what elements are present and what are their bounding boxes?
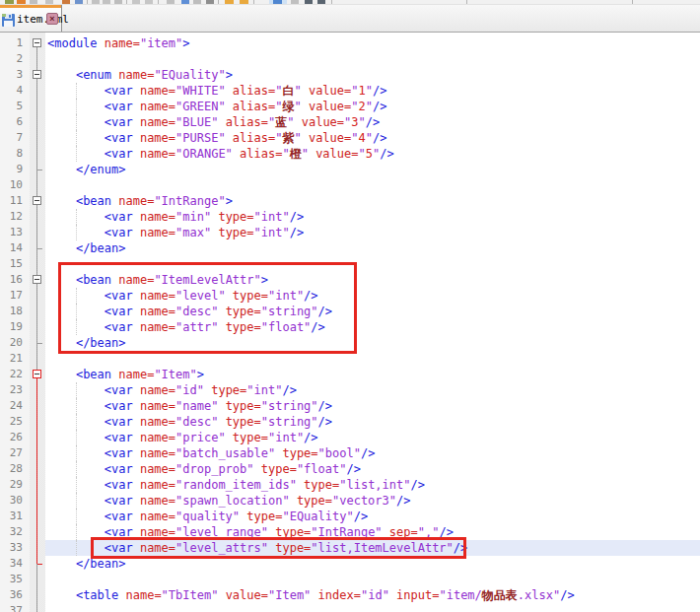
toolbar-icon-sliver[interactable] bbox=[92, 0, 100, 4]
toolbar-icon-sliver[interactable] bbox=[103, 0, 110, 4]
toolbar-icon-sliver[interactable] bbox=[30, 0, 37, 4]
line-number[interactable]: 10 bbox=[0, 177, 30, 193]
toolbar-icon-sliver[interactable] bbox=[75, 0, 83, 4]
line-number[interactable]: 15 bbox=[0, 256, 30, 272]
code-text[interactable]: <var name="WHITE" alias="白" value="1"/> bbox=[45, 83, 700, 99]
line-number[interactable]: 22 bbox=[0, 367, 30, 382]
line-number[interactable]: 3 bbox=[0, 67, 30, 83]
toolbar-icon-sliver[interactable] bbox=[218, 0, 219, 4]
toolbar-icon-sliver[interactable] bbox=[132, 0, 140, 4]
code-text[interactable]: <var name="spawn_location" type="vector3… bbox=[45, 493, 700, 509]
fold-toggle-icon[interactable] bbox=[30, 272, 45, 288]
code-text[interactable]: <var name="level" type="int"/> bbox=[45, 288, 700, 304]
toolbar-icon-sliver[interactable] bbox=[466, 0, 467, 4]
code-text[interactable] bbox=[45, 51, 700, 67]
code-text[interactable] bbox=[45, 256, 700, 272]
tab-close-icon[interactable]: × bbox=[46, 13, 58, 25]
toolbar-icon-sliver[interactable] bbox=[62, 0, 70, 4]
code-text[interactable]: <enum name="EQuality"> bbox=[45, 67, 700, 83]
toolbar-icon-sliver[interactable] bbox=[206, 0, 214, 4]
line-number[interactable]: 28 bbox=[0, 461, 30, 477]
line-number[interactable]: 23 bbox=[0, 382, 30, 398]
line-number[interactable]: 4 bbox=[0, 83, 30, 99]
toolbar-icon-sliver[interactable] bbox=[632, 0, 633, 4]
code-text[interactable] bbox=[45, 351, 700, 367]
line-number[interactable]: 27 bbox=[0, 445, 30, 461]
code-text[interactable] bbox=[45, 603, 700, 612]
line-number[interactable]: 20 bbox=[0, 335, 30, 351]
line-number[interactable]: 8 bbox=[0, 146, 30, 162]
line-number[interactable]: 29 bbox=[0, 477, 30, 493]
code-text[interactable] bbox=[45, 177, 700, 193]
fold-toggle-icon[interactable] bbox=[30, 367, 45, 382]
line-number[interactable]: 14 bbox=[0, 240, 30, 256]
line-number[interactable]: 13 bbox=[0, 225, 30, 240]
toolbar-icon-sliver[interactable] bbox=[126, 0, 127, 4]
code-text[interactable]: </bean> bbox=[45, 240, 700, 256]
toolbar-icon-sliver[interactable] bbox=[291, 0, 299, 4]
toolbar-icon-sliver[interactable] bbox=[240, 0, 248, 4]
line-number[interactable]: 34 bbox=[0, 556, 30, 572]
toolbar-icon-sliver[interactable] bbox=[331, 0, 332, 4]
code-text[interactable]: </bean> bbox=[45, 335, 700, 351]
toolbar-icon-sliver[interactable] bbox=[181, 0, 189, 4]
toolbar-icon-sliver[interactable] bbox=[253, 0, 254, 4]
line-number[interactable]: 9 bbox=[0, 162, 30, 177]
line-number[interactable]: 7 bbox=[0, 130, 30, 146]
code-text[interactable]: <var name="quality" type="EQuality"/> bbox=[45, 509, 700, 524]
code-text[interactable]: </bean> bbox=[45, 556, 700, 572]
toolbar-icon-sliver[interactable] bbox=[167, 0, 175, 4]
toolbar-icon-sliver[interactable] bbox=[273, 0, 282, 4]
code-text[interactable]: <bean name="ItemLevelAttr"> bbox=[45, 272, 700, 288]
toolbar-icon-sliver[interactable] bbox=[45, 0, 53, 4]
line-number[interactable]: 12 bbox=[0, 209, 30, 225]
line-number[interactable]: 6 bbox=[0, 114, 30, 130]
code-text[interactable]: <var name="GREEN" alias="绿" value="2"/> bbox=[45, 99, 700, 114]
fold-toggle-icon[interactable] bbox=[30, 35, 45, 51]
code-text[interactable]: <var name="drop_prob" type="float"/> bbox=[45, 461, 700, 477]
line-number[interactable]: 18 bbox=[0, 304, 30, 319]
tab-item-xml[interactable]: item.xml × bbox=[0, 5, 62, 32]
code-text[interactable]: <var name="id" type="int"/> bbox=[45, 382, 700, 398]
toolbar-icon-sliver[interactable] bbox=[145, 0, 153, 4]
code-editor[interactable]: 1<module name="item">23 <enum name="EQua… bbox=[0, 33, 700, 612]
code-text[interactable]: </enum> bbox=[45, 162, 700, 177]
toolbar-icon-sliver[interactable] bbox=[87, 0, 88, 4]
toolbar-icon-sliver[interactable] bbox=[158, 0, 159, 4]
toolbar-icon-sliver[interactable] bbox=[317, 0, 325, 4]
code-text[interactable]: <var name="min" type="int"/> bbox=[45, 209, 700, 225]
code-text[interactable]: <var name="PURSE" alias="紫" value="4"/> bbox=[45, 130, 700, 146]
line-number[interactable]: 1 bbox=[0, 35, 30, 51]
code-text[interactable]: <var name="ORANGE" alias="橙" value="5"/> bbox=[45, 146, 700, 162]
line-number[interactable]: 31 bbox=[0, 509, 30, 524]
toolbar-icon-sliver[interactable] bbox=[17, 0, 26, 4]
code-text[interactable]: <var name="batch_usable" type="bool"/> bbox=[45, 445, 700, 461]
code-text[interactable]: <var name="BLUE" alias="蓝" value="3"/> bbox=[45, 114, 700, 130]
line-number[interactable]: 16 bbox=[0, 272, 30, 288]
code-text[interactable]: <var name="desc" type="string"/> bbox=[45, 304, 700, 319]
line-number[interactable]: 32 bbox=[0, 524, 30, 540]
line-number[interactable]: 24 bbox=[0, 398, 30, 414]
code-text[interactable]: <bean name="IntRange"> bbox=[45, 193, 700, 209]
code-text[interactable]: <var name="attr" type="float"/> bbox=[45, 319, 700, 335]
code-text[interactable]: <var name="desc" type="string"/> bbox=[45, 414, 700, 430]
line-number[interactable]: 35 bbox=[0, 572, 30, 587]
line-number[interactable]: 25 bbox=[0, 414, 30, 430]
code-text[interactable] bbox=[45, 572, 700, 587]
code-text[interactable]: <var name="max" type="int"/> bbox=[45, 225, 700, 240]
line-number[interactable]: 33 bbox=[0, 540, 30, 556]
toolbar-icon-sliver[interactable] bbox=[114, 0, 122, 4]
code-text[interactable]: <module name="item"> bbox=[45, 35, 700, 51]
code-text[interactable]: <var name="level_range" type="IntRange" … bbox=[45, 524, 700, 540]
fold-toggle-icon[interactable] bbox=[30, 67, 45, 83]
toolbar-icon-sliver[interactable] bbox=[193, 0, 201, 4]
line-number[interactable]: 26 bbox=[0, 430, 30, 445]
line-number[interactable]: 5 bbox=[0, 99, 30, 114]
code-text[interactable]: <var name="level_attrs" type="list,ItemL… bbox=[45, 540, 700, 556]
code-text[interactable]: <var name="price" type="int"/> bbox=[45, 430, 700, 445]
toolbar-icon-sliver[interactable] bbox=[5, 0, 14, 4]
toolbar-icon-sliver[interactable] bbox=[225, 0, 234, 4]
line-number[interactable]: 11 bbox=[0, 193, 30, 209]
line-number[interactable]: 21 bbox=[0, 351, 30, 367]
line-number[interactable]: 17 bbox=[0, 288, 30, 304]
